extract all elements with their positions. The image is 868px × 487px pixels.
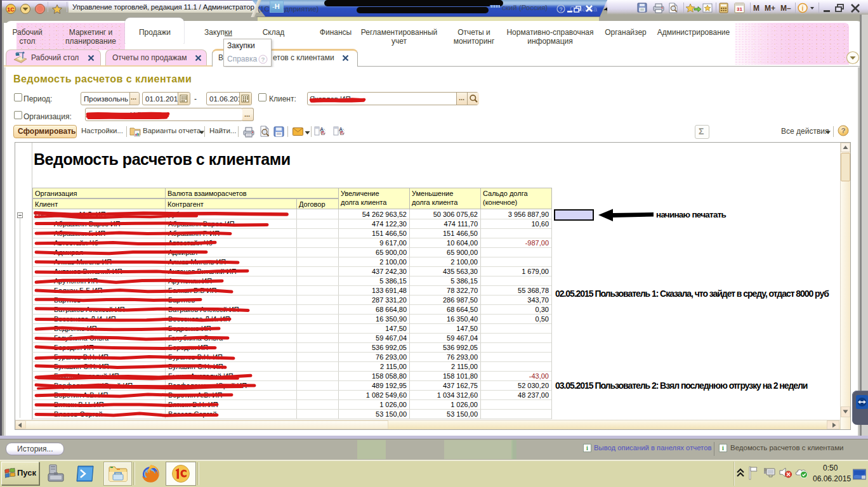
svg-text:i: i — [586, 445, 588, 451]
svg-text:i: i — [722, 445, 724, 451]
